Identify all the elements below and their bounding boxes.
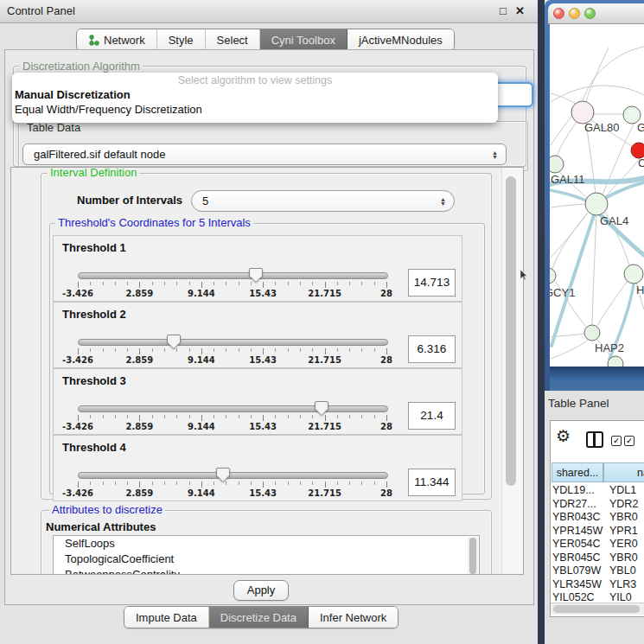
tab-cyni-toolbox[interactable]: Cyni Toolbox [260,29,348,50]
apply-button[interactable]: Apply [233,580,289,601]
network-canvas[interactable]: GAL80GACGAL11GAL4GCY1HHAP2 [550,24,644,367]
slider-handle[interactable] [248,267,264,284]
threshold-value-field[interactable]: 11.344 [408,469,456,496]
column-header-shared-name[interactable]: shared... [552,462,603,482]
slider-handle[interactable] [166,334,182,350]
tab-infer-network[interactable]: Infer Network [309,607,398,628]
table-row[interactable]: YDR27...YDR2 [551,498,644,512]
table-horizontal-scrollbar[interactable] [551,603,644,615]
network-node[interactable] [550,156,564,173]
network-node[interactable] [550,268,556,284]
name-cell: YER0 [609,538,644,550]
name-cell: YIL0 [609,591,644,603]
node-table-panel: ⚙ ✓ ✓ shared... na YDL19...YDL1YDR27...Y… [550,420,644,617]
close-traffic-light[interactable] [553,8,564,19]
network-node[interactable] [624,265,643,284]
name-cell: YBR0 [609,552,644,564]
numerical-attributes-label: Numerical Attributes [46,520,156,533]
attribute-list-item[interactable]: BetweennessCentrality [54,567,479,575]
shared-name-cell: YDR27... [552,498,604,510]
attributes-listbox[interactable]: SelfLoopsTopologicalCoefficientBetweenne… [53,535,480,575]
tab-label: Select [217,34,248,47]
threshold-title: Threshold 3 [62,374,126,387]
slider-tick-labels: -3.4262.8599.14415.4321.71528 [78,488,386,498]
tab-discretize-data[interactable]: Discretize Data [209,607,309,628]
table-data-combo-value: galFiltered.sif default node [34,148,165,161]
interval-group-title: Interval Definition [48,167,139,178]
tab-impute-data[interactable]: Impute Data [124,607,209,628]
table-row[interactable]: YBR045CYBR0 [551,552,644,565]
slider-track[interactable] [78,339,388,346]
table-row[interactable]: YLR345WYLR3 [551,578,644,592]
network-graph[interactable]: GAL80GACGAL11GAL4GCY1HHAP2 [550,24,644,367]
slider-handle[interactable] [314,400,329,417]
table-data-combo[interactable]: galFiltered.sif default node ▲▼ [22,143,507,165]
network-node-label: GCY1 [550,286,575,299]
gear-icon[interactable]: ⚙ [556,428,571,444]
tab-label: Impute Data [136,611,197,624]
slider-track[interactable] [78,405,388,412]
popup-item[interactable]: Manual Discretization [12,87,498,102]
slider-track[interactable] [78,472,388,479]
threshold-title: Threshold 2 [62,308,126,321]
slider-track[interactable] [78,272,388,279]
attributes-group-title: Attributes to discretize [49,504,165,515]
popup-items: Manual DiscretizationEqual Width/Frequen… [12,87,498,117]
tab-label: Cyni Toolbox [271,34,335,47]
settings-scrollbar[interactable] [501,168,523,574]
network-node-label: GAL80 [584,121,619,134]
threshold-title: Threshold 1 [62,241,126,254]
popup-item[interactable]: Equal Width/Frequency Discretization [12,102,498,117]
num-intervals-combo[interactable]: 5 ▲▼ [191,190,455,212]
attribute-list-item[interactable]: TopologicalCoefficient [54,552,479,567]
network-node-label: HAP2 [595,341,624,354]
table-data-group-title: Table Data [24,122,83,133]
slider-ticks [78,282,386,289]
table-row[interactable]: YDL19...YDL1 [551,484,644,498]
minimize-traffic-light[interactable] [569,8,580,19]
threshold-value-field[interactable]: 14.713 [408,269,456,296]
name-cell: YDR2 [609,498,644,510]
float-window-icon[interactable]: □ [500,4,507,17]
threshold-panel: Threshold 1-3.4262.8599.14415.4321.71528… [53,235,462,302]
tab-label: jActiveMNodules [359,34,443,47]
network-node-label: GAL11 [551,173,585,186]
panel-divider[interactable] [538,0,545,644]
tab-select[interactable]: Select [206,29,260,50]
column-header-name[interactable]: na [603,462,644,482]
network-tree-icon [88,35,99,46]
table-row[interactable]: YER054CYER0 [551,538,644,552]
tab-network[interactable]: Network [77,29,157,50]
attribute-list-item[interactable]: SelfLoops [54,536,479,552]
threshold-value-field[interactable]: 21.4 [408,402,456,430]
combo-stepper-icon: ▲▼ [492,150,498,159]
tab-jactivemnodules[interactable]: jActiveMNodules [348,29,454,50]
network-node[interactable] [584,325,600,341]
table-row[interactable]: YBR043CYBR0 [551,511,644,525]
network-node-label: C [638,156,644,169]
columns-icon[interactable] [586,431,603,448]
close-window-icon[interactable]: ✕ [515,4,525,17]
zoom-traffic-light[interactable] [584,8,596,19]
shared-name-cell: YPR145W [552,525,604,537]
tab-style[interactable]: Style [157,29,206,50]
cyni-toolbox-panel: Discretization Algorithm Table Data galF… [4,49,534,605]
table-row[interactable]: YPR145WYPR1 [551,525,644,539]
table-row[interactable]: YBL079WYBL0 [551,564,644,578]
network-view-titlebar[interactable] [548,3,644,24]
slider-handle[interactable] [215,467,231,483]
slider-tick-labels: -3.4262.8599.14415.4321.71528 [78,355,386,365]
slider-tick-labels: -3.4262.8599.14415.4321.71528 [78,422,386,431]
shared-name-cell: YER054C [552,538,604,550]
checkbox-icon[interactable]: ✓ [611,436,622,446]
threshold-value-field[interactable]: 6.316 [408,335,456,363]
network-node-label: H [636,284,644,296]
checkbox-icon[interactable]: ✓ [624,436,634,446]
network-node[interactable] [585,193,608,215]
settings-scrollpane: Interval Definition Number of Intervals … [10,167,524,575]
shared-name-cell: YDL19... [552,484,604,496]
thresholds-group-title: Threshold's Coordinates for 5 Intervals [55,217,253,228]
attributes-list-scrollbar[interactable] [468,537,478,575]
shared-name-cell: YBR045C [552,552,604,564]
settings-scrollbar-thumb[interactable] [506,176,516,486]
